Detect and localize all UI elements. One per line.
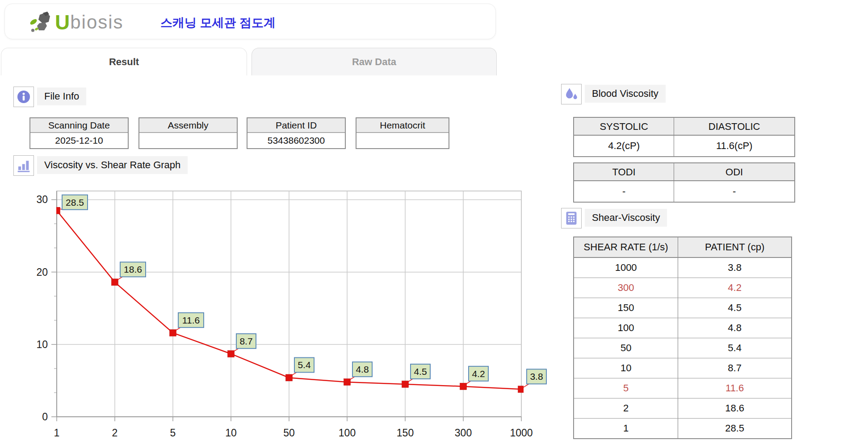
chart-data-point [54, 207, 60, 214]
patient-id-value: 53438602300 [247, 133, 345, 148]
patient-cell: 3.8 [678, 258, 791, 278]
assembly-header: Assembly [139, 118, 237, 133]
shear-rate-cell: 5 [574, 378, 678, 398]
hematocrit-value [356, 133, 449, 148]
todi-odi-table: TODI ODI - - [573, 162, 795, 203]
patient-cell: 5.4 [678, 338, 791, 358]
shear-rate-cell: 10 [574, 358, 678, 378]
diastolic-value: 11.6(cP) [674, 136, 794, 156]
app-title-korean: 스캐닝 모세관 점도계 [160, 15, 276, 31]
shear-row: 5 11.6 [574, 378, 791, 398]
shear-row: 10 8.7 [574, 358, 791, 378]
chart-tick-label: 1000 [510, 427, 533, 439]
chart-data-label: 3.8 [530, 371, 543, 382]
ubiosis-logo-icon [28, 11, 53, 33]
shear-row: 300 4.2 [574, 278, 791, 298]
shear-rate-cell: 300 [574, 278, 678, 298]
shear-row: 2 18.6 [574, 398, 791, 419]
patient-id-header: Patient ID [247, 118, 345, 133]
graph-title: Viscosity vs. Shear Rate Graph [37, 156, 188, 174]
systolic-diastolic-table: SYSTOLIC DIASTOLIC 4.2(cP) 11.6(cP) [573, 117, 795, 157]
chart-tick-label: 150 [397, 427, 414, 439]
patient-cell: 4.5 [678, 298, 791, 318]
info-icon [13, 87, 34, 107]
chart-data-label: 11.6 [182, 315, 200, 325]
viscosity-shear-chart: 01020301251050100150300100028.518.611.68… [0, 183, 558, 444]
todi-value: - [574, 181, 674, 202]
shear-rate-cell: 2 [574, 398, 678, 418]
chart-tick-label: 30 [36, 194, 48, 205]
ubiosis-logo: Ubiosis [28, 10, 124, 34]
patient-cell: 4.8 [678, 318, 791, 338]
calculator-icon [561, 208, 582, 228]
patient-cell: 11.6 [678, 378, 791, 398]
shear-row: 1 28.5 [574, 419, 791, 438]
assembly-value [139, 133, 237, 148]
patient-cell: 4.2 [678, 278, 791, 298]
shear-row: 1000 3.8 [574, 258, 791, 278]
chart-tick-label: 50 [283, 427, 295, 439]
shear-rate-column-header: SHEAR RATE (1/s) [574, 237, 678, 257]
shear-rate-cell: 150 [574, 298, 678, 318]
patient-cell: 8.7 [678, 358, 791, 378]
chart-tick-label: 0 [42, 411, 48, 423]
chart-data-label: 5.4 [298, 360, 311, 370]
chart-data-label: 4.2 [472, 369, 485, 379]
odi-value: - [674, 181, 794, 202]
tab-result-label: Result [109, 56, 139, 67]
chart-tick-label: 1 [54, 427, 60, 439]
chart-data-label: 8.7 [239, 336, 252, 346]
label-leader [523, 384, 529, 387]
patient-cell: 28.5 [678, 419, 791, 438]
shear-table-header-row: SHEAR RATE (1/s) PATIENT (cp) [574, 237, 791, 258]
chart-canvas: 01020301251050100150300100028.518.611.68… [0, 183, 558, 444]
chart-data-label: 4.8 [356, 364, 369, 374]
file-info-title: File Info [37, 87, 86, 105]
chart-tick-label: 10 [225, 427, 237, 439]
scanning-date-table: Scanning Date 2025-12-10 [29, 117, 129, 149]
shear-viscosity-table: SHEAR RATE (1/s) PATIENT (cp) 1000 3.8 3… [573, 237, 792, 439]
systolic-value: 4.2(cP) [574, 136, 674, 156]
header-bar: Ubiosis 스캐닝 모세관 점도계 [4, 4, 496, 39]
shear-row: 150 4.5 [574, 298, 791, 318]
tab-raw-data[interactable]: Raw Data [252, 48, 497, 75]
hematocrit-table: Hematocrit [356, 117, 449, 149]
shear-rate-cell: 1 [574, 419, 678, 438]
chart-tick-label: 100 [339, 427, 356, 439]
chart-data-label: 28.5 [66, 197, 84, 207]
shear-rate-cell: 100 [574, 318, 678, 338]
logo-text-u: U [55, 10, 70, 34]
systolic-header: SYSTOLIC [574, 118, 674, 136]
bar-chart-icon [13, 155, 34, 176]
shear-row: 100 4.8 [574, 318, 791, 338]
hematocrit-header: Hematocrit [356, 118, 449, 133]
chart-tick-label: 2 [112, 427, 118, 439]
assembly-table: Assembly [138, 117, 238, 149]
tab-result[interactable]: Result [1, 48, 247, 75]
shear-row: 50 5.4 [574, 338, 791, 358]
blood-viscosity-title: Blood Viscosity [585, 85, 666, 103]
chart-tick-label: 5 [170, 427, 176, 439]
patient-id-table: Patient ID 53438602300 [247, 117, 346, 149]
blood-viscosity-section-header: Blood Viscosity [561, 84, 666, 104]
shear-rate-cell: 50 [574, 338, 678, 358]
droplets-icon [561, 84, 582, 104]
scanning-date-value: 2025-12-10 [30, 133, 128, 148]
chart-tick-label: 300 [455, 427, 472, 439]
graph-section-header: Viscosity vs. Shear Rate Graph [13, 155, 188, 176]
chart-tick-label: 10 [36, 339, 48, 350]
shear-viscosity-section-header: Shear-Viscosity [561, 208, 667, 228]
tab-raw-data-label: Raw Data [352, 56, 396, 67]
todi-header: TODI [574, 163, 674, 181]
diastolic-header: DIASTOLIC [674, 118, 794, 136]
shear-rate-cell: 1000 [574, 258, 678, 278]
patient-column-header: PATIENT (cp) [678, 237, 791, 257]
chart-data-label: 18.6 [124, 264, 142, 274]
file-info-section-header: File Info [13, 87, 86, 107]
patient-cell: 18.6 [678, 398, 791, 418]
chart-data-label: 4.5 [414, 366, 427, 377]
logo-text-biosis: biosis [70, 12, 123, 33]
scanning-date-header: Scanning Date [30, 118, 128, 133]
shear-viscosity-title: Shear-Viscosity [585, 209, 667, 227]
chart-tick-label: 20 [36, 266, 48, 278]
